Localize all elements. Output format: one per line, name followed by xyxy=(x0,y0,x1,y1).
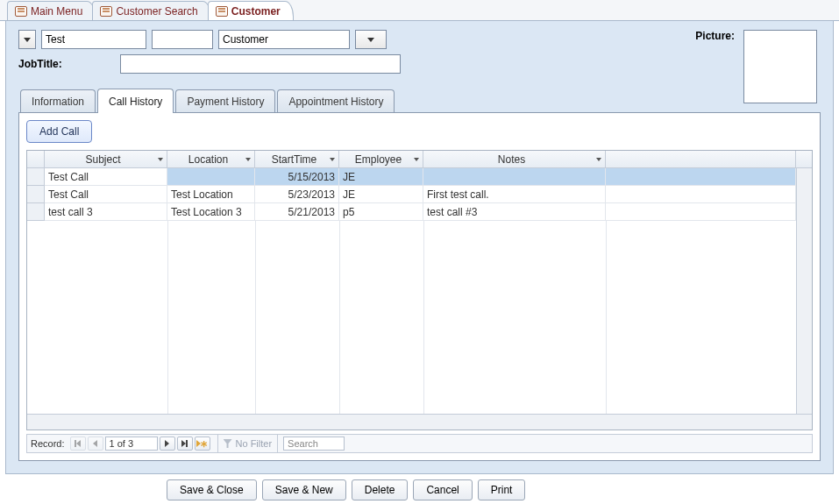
picture-area: Picture: xyxy=(695,30,817,103)
asterisk-icon: ∗ xyxy=(200,438,208,450)
cell-subject[interactable]: Test Call xyxy=(45,168,167,186)
document-tabs: Main Menu Customer Search Customer xyxy=(0,0,839,21)
cell-spacer xyxy=(606,203,796,221)
chevron-down-icon xyxy=(414,158,419,161)
table-row[interactable]: Test Call Test Location 5/23/2013 JE Fir… xyxy=(27,186,812,203)
col-employee-label: Employee xyxy=(355,153,402,166)
jobtitle-input[interactable] xyxy=(121,55,400,73)
cell-subject[interactable]: test call 3 xyxy=(45,203,167,221)
record-position-text: 1 of 3 xyxy=(110,438,134,449)
nav-first-button[interactable] xyxy=(70,437,86,451)
table-row[interactable]: Test Call 5/15/2013 JE xyxy=(27,168,812,186)
scroll-header xyxy=(796,151,812,168)
search-placeholder: Search xyxy=(288,438,318,449)
chevron-down-icon xyxy=(24,38,31,42)
col-subject[interactable]: Subject xyxy=(45,151,167,168)
print-button[interactable]: Print xyxy=(478,479,526,500)
col-subject-label: Subject xyxy=(85,153,120,166)
nav-next-button[interactable] xyxy=(160,437,175,451)
select-all-cell[interactable] xyxy=(27,151,45,168)
col-spacer xyxy=(606,151,796,168)
form-footer: Save & Close Save & New Delete Cancel Pr… xyxy=(0,478,839,502)
nav-prev-button[interactable] xyxy=(88,437,103,451)
cell-spacer xyxy=(606,168,796,186)
last-name-field[interactable] xyxy=(218,30,350,49)
chevron-down-icon xyxy=(596,158,601,161)
cell-employee[interactable]: JE xyxy=(339,168,423,186)
nav-new-button[interactable]: ∗ xyxy=(195,437,210,451)
form-icon xyxy=(216,6,228,17)
detail-tabs: Information Call History Payment History… xyxy=(18,89,821,461)
save-new-button[interactable]: Save & New xyxy=(262,479,346,500)
cell-location[interactable]: Test Location 3 xyxy=(167,203,255,221)
horizontal-scrollbar[interactable] xyxy=(27,414,812,429)
cell-location[interactable] xyxy=(167,168,255,186)
triangle-right-icon xyxy=(165,440,169,447)
row-selector[interactable] xyxy=(27,186,45,203)
cancel-button[interactable]: Cancel xyxy=(413,479,472,500)
chevron-down-icon xyxy=(245,158,251,161)
call-history-panel: Add Call Subject Location StartTime Empl… xyxy=(18,112,821,461)
calls-datasheet: Subject Location StartTime Employee Note… xyxy=(26,150,813,430)
first-name-input[interactable] xyxy=(42,31,146,48)
tab-customer-search-label: Customer Search xyxy=(116,5,197,18)
cell-starttime[interactable]: 5/15/2013 xyxy=(255,168,339,186)
first-name-field[interactable] xyxy=(41,30,146,49)
delete-button[interactable]: Delete xyxy=(352,479,409,500)
suffix-combo[interactable] xyxy=(355,30,387,49)
cell-starttime[interactable]: 5/21/2013 xyxy=(255,203,339,221)
record-position[interactable]: 1 of 3 xyxy=(105,437,158,451)
customer-form: Picture: JobTitle: Information Call Hist… xyxy=(5,21,834,474)
col-starttime-label: StartTime xyxy=(272,153,317,166)
picture-label: Picture: xyxy=(695,30,735,42)
tab-appointment-history[interactable]: Appointment History xyxy=(277,89,395,112)
cell-employee[interactable]: JE xyxy=(339,186,423,203)
col-employee[interactable]: Employee xyxy=(339,151,423,168)
form-icon xyxy=(15,6,27,17)
search-box[interactable]: Search xyxy=(283,437,345,451)
middle-field[interactable] xyxy=(152,30,213,49)
tab-customer-label: Customer xyxy=(231,5,281,18)
tab-customer-search[interactable]: Customer Search xyxy=(92,1,210,20)
col-location-label: Location xyxy=(188,153,228,166)
bar-icon xyxy=(186,440,188,447)
tab-information[interactable]: Information xyxy=(20,89,96,112)
save-close-button[interactable]: Save & Close xyxy=(167,479,257,500)
jobtitle-field[interactable] xyxy=(120,54,401,74)
vertical-scrollbar[interactable] xyxy=(796,168,812,414)
cell-notes[interactable] xyxy=(423,168,606,186)
triangle-left-icon xyxy=(76,440,81,447)
datasheet-gridlines xyxy=(45,221,796,414)
record-label: Record: xyxy=(31,438,65,449)
tab-main-menu[interactable]: Main Menu xyxy=(7,1,96,20)
chevron-down-icon xyxy=(367,38,374,42)
title-combo[interactable] xyxy=(18,30,36,49)
tab-main-menu-label: Main Menu xyxy=(31,5,82,18)
datasheet-body: Test Call 5/15/2013 JE Test Call Test Lo… xyxy=(27,168,812,414)
col-notes[interactable]: Notes xyxy=(423,151,606,168)
cell-notes[interactable]: test call #3 xyxy=(423,203,606,221)
filter-indicator[interactable]: No Filter xyxy=(217,435,279,452)
nav-last-button[interactable] xyxy=(177,437,193,451)
datasheet-header: Subject Location StartTime Employee Note… xyxy=(27,151,812,168)
add-call-button[interactable]: Add Call xyxy=(26,120,92,143)
chevron-down-icon xyxy=(158,158,163,161)
table-row[interactable]: test call 3 Test Location 3 5/21/2013 p5… xyxy=(27,203,812,221)
cell-subject[interactable]: Test Call xyxy=(45,186,167,203)
tab-customer[interactable]: Customer xyxy=(208,1,294,20)
cell-employee[interactable]: p5 xyxy=(339,203,423,221)
middle-input[interactable] xyxy=(153,31,212,48)
cell-starttime[interactable]: 5/23/2013 xyxy=(255,186,339,203)
chevron-down-icon xyxy=(330,158,335,161)
col-starttime[interactable]: StartTime xyxy=(255,151,339,168)
picture-placeholder[interactable] xyxy=(743,30,817,103)
cell-notes[interactable]: First test call. xyxy=(423,186,606,203)
last-name-input[interactable] xyxy=(219,31,349,48)
cell-location[interactable]: Test Location xyxy=(167,186,255,203)
row-selector[interactable] xyxy=(27,168,45,186)
tab-payment-history[interactable]: Payment History xyxy=(175,89,275,112)
row-selector[interactable] xyxy=(27,203,45,221)
col-location[interactable]: Location xyxy=(167,151,255,168)
form-icon xyxy=(100,6,112,17)
tab-call-history[interactable]: Call History xyxy=(97,89,174,113)
